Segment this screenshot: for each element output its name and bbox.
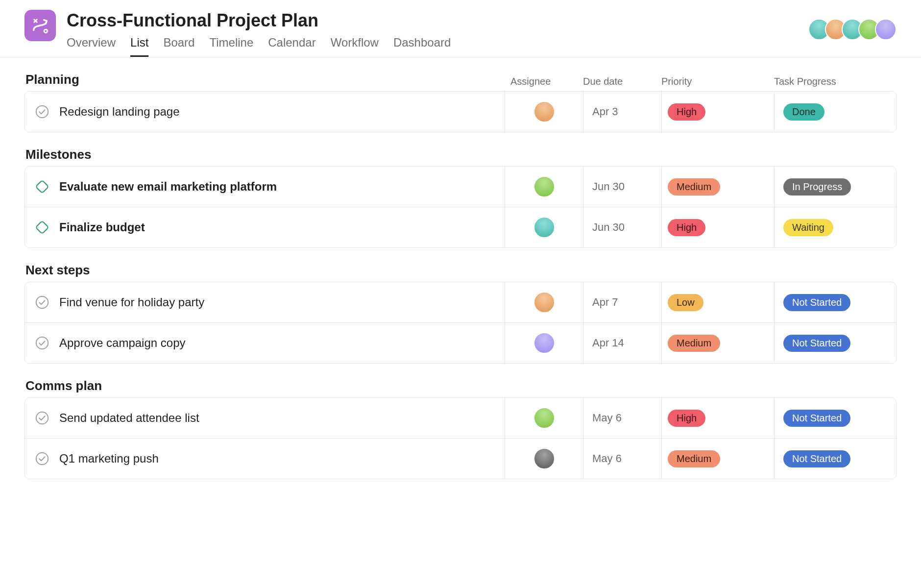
assignee-cell[interactable] bbox=[505, 282, 583, 322]
priority-cell[interactable]: High bbox=[662, 92, 775, 132]
tab-timeline[interactable]: Timeline bbox=[209, 36, 253, 57]
task-row[interactable]: Evaluate new email marketing platformJun… bbox=[25, 167, 896, 207]
progress-pill[interactable]: In Progress bbox=[783, 178, 851, 196]
task-row[interactable]: Q1 marketing pushMay 6MediumNot Started bbox=[25, 439, 896, 479]
task-name[interactable]: Redesign landing page bbox=[59, 105, 180, 119]
task-name[interactable]: Evaluate new email marketing platform bbox=[59, 180, 277, 194]
due-date-cell[interactable]: Apr 7 bbox=[583, 282, 662, 322]
section-title[interactable]: Planning bbox=[24, 72, 505, 87]
task-row[interactable]: Finalize budgetJun 30HighWaiting bbox=[25, 207, 896, 247]
priority-cell[interactable]: Medium bbox=[662, 323, 775, 363]
progress-pill[interactable]: Not Started bbox=[783, 335, 850, 352]
progress-cell[interactable]: Done bbox=[775, 92, 896, 132]
progress-pill[interactable]: Done bbox=[783, 103, 824, 121]
due-date-cell[interactable]: Apr 3 bbox=[583, 92, 662, 132]
due-date-cell[interactable]: May 6 bbox=[583, 439, 662, 479]
project-header: Cross-Functional Project Plan OverviewLi… bbox=[0, 0, 921, 57]
priority-pill[interactable]: Low bbox=[668, 294, 703, 311]
progress-cell[interactable]: Not Started bbox=[775, 323, 896, 363]
progress-pill[interactable]: Not Started bbox=[783, 450, 850, 467]
task-name-cell[interactable]: Evaluate new email marketing platform bbox=[25, 167, 505, 207]
task-name-cell[interactable]: Approve campaign copy bbox=[25, 323, 505, 363]
collaborator-avatar[interactable] bbox=[875, 19, 897, 40]
progress-cell[interactable]: Not Started bbox=[775, 439, 896, 479]
due-date-cell[interactable]: May 6 bbox=[583, 398, 662, 438]
priority-cell[interactable]: Low bbox=[662, 282, 775, 322]
progress-cell[interactable]: Not Started bbox=[775, 398, 896, 438]
priority-pill[interactable]: Medium bbox=[668, 450, 720, 467]
priority-pill[interactable]: Medium bbox=[668, 335, 720, 352]
complete-check-icon[interactable] bbox=[35, 336, 49, 350]
priority-pill[interactable]: High bbox=[668, 103, 705, 121]
assignee-avatar[interactable] bbox=[533, 217, 555, 238]
assignee-avatar[interactable] bbox=[533, 292, 555, 313]
priority-cell[interactable]: Medium bbox=[662, 167, 775, 207]
section-title[interactable]: Milestones bbox=[24, 147, 897, 162]
due-date-cell[interactable]: Apr 14 bbox=[583, 323, 662, 363]
tab-list[interactable]: List bbox=[130, 36, 148, 57]
assignee-cell[interactable] bbox=[505, 167, 583, 207]
progress-pill[interactable]: Not Started bbox=[783, 410, 850, 427]
complete-check-icon[interactable] bbox=[35, 104, 49, 119]
progress-cell[interactable]: In Progress bbox=[775, 167, 896, 207]
tab-calendar[interactable]: Calendar bbox=[268, 36, 315, 57]
collaborator-avatars[interactable] bbox=[813, 19, 897, 40]
priority-pill[interactable]: Medium bbox=[668, 178, 720, 196]
task-name[interactable]: Approve campaign copy bbox=[59, 336, 185, 350]
svg-rect-4 bbox=[36, 180, 49, 194]
task-name[interactable]: Finalize budget bbox=[59, 220, 145, 234]
priority-pill[interactable]: High bbox=[668, 219, 705, 236]
task-row[interactable]: Redesign landing pageApr 3HighDone bbox=[25, 92, 896, 132]
col-header-due[interactable]: Due date bbox=[583, 76, 661, 87]
due-date-cell[interactable]: Jun 30 bbox=[583, 207, 662, 247]
priority-cell[interactable]: Medium bbox=[662, 439, 775, 479]
progress-pill[interactable]: Waiting bbox=[783, 219, 833, 236]
assignee-cell[interactable] bbox=[505, 92, 583, 132]
task-name-cell[interactable]: Q1 marketing push bbox=[25, 439, 505, 479]
due-date-cell[interactable]: Jun 30 bbox=[583, 167, 662, 207]
tab-overview[interactable]: Overview bbox=[67, 36, 116, 57]
tab-dashboard[interactable]: Dashboard bbox=[393, 36, 451, 57]
col-header-progress[interactable]: Task Progress bbox=[774, 76, 897, 87]
progress-cell[interactable]: Waiting bbox=[775, 207, 896, 247]
priority-cell[interactable]: High bbox=[662, 207, 775, 247]
section: Next stepsFind venue for holiday partyAp… bbox=[24, 263, 897, 364]
task-name-cell[interactable]: Send updated attendee list bbox=[25, 398, 505, 438]
task-table: Send updated attendee listMay 6HighNot S… bbox=[24, 397, 897, 479]
assignee-avatar[interactable] bbox=[533, 101, 555, 122]
milestone-icon[interactable] bbox=[35, 179, 49, 194]
task-name[interactable]: Send updated attendee list bbox=[59, 411, 199, 425]
assignee-cell[interactable] bbox=[505, 323, 583, 363]
project-title[interactable]: Cross-Functional Project Plan bbox=[67, 10, 451, 31]
complete-check-icon[interactable] bbox=[35, 411, 49, 425]
priority-pill[interactable]: High bbox=[668, 410, 705, 427]
assignee-avatar[interactable] bbox=[533, 176, 555, 197]
task-row[interactable]: Find venue for holiday partyApr 7LowNot … bbox=[25, 282, 896, 323]
milestone-icon[interactable] bbox=[35, 220, 49, 235]
task-row[interactable]: Approve campaign copyApr 14MediumNot Sta… bbox=[25, 323, 896, 363]
task-name[interactable]: Find venue for holiday party bbox=[59, 295, 204, 309]
task-name[interactable]: Q1 marketing push bbox=[59, 452, 159, 466]
complete-check-icon[interactable] bbox=[35, 451, 49, 466]
progress-pill[interactable]: Not Started bbox=[783, 294, 850, 311]
assignee-cell[interactable] bbox=[505, 207, 583, 247]
assignee-avatar[interactable] bbox=[533, 407, 555, 429]
assignee-avatar[interactable] bbox=[533, 332, 555, 354]
task-name-cell[interactable]: Finalize budget bbox=[25, 207, 505, 247]
assignee-avatar[interactable] bbox=[533, 448, 555, 469]
col-header-assignee[interactable]: Assignee bbox=[505, 76, 583, 87]
task-name-cell[interactable]: Redesign landing page bbox=[25, 92, 505, 132]
tab-workflow[interactable]: Workflow bbox=[331, 36, 379, 57]
tab-board[interactable]: Board bbox=[163, 36, 194, 57]
section-title[interactable]: Next steps bbox=[24, 263, 897, 278]
complete-check-icon[interactable] bbox=[35, 295, 49, 310]
progress-cell[interactable]: Not Started bbox=[775, 282, 896, 322]
view-tabs: OverviewListBoardTimelineCalendarWorkflo… bbox=[67, 36, 451, 57]
assignee-cell[interactable] bbox=[505, 398, 583, 438]
priority-cell[interactable]: High bbox=[662, 398, 775, 438]
task-name-cell[interactable]: Find venue for holiday party bbox=[25, 282, 505, 322]
section-title[interactable]: Comms plan bbox=[24, 378, 897, 393]
assignee-cell[interactable] bbox=[505, 439, 583, 479]
col-header-priority[interactable]: Priority bbox=[661, 76, 774, 87]
task-row[interactable]: Send updated attendee listMay 6HighNot S… bbox=[25, 398, 896, 439]
